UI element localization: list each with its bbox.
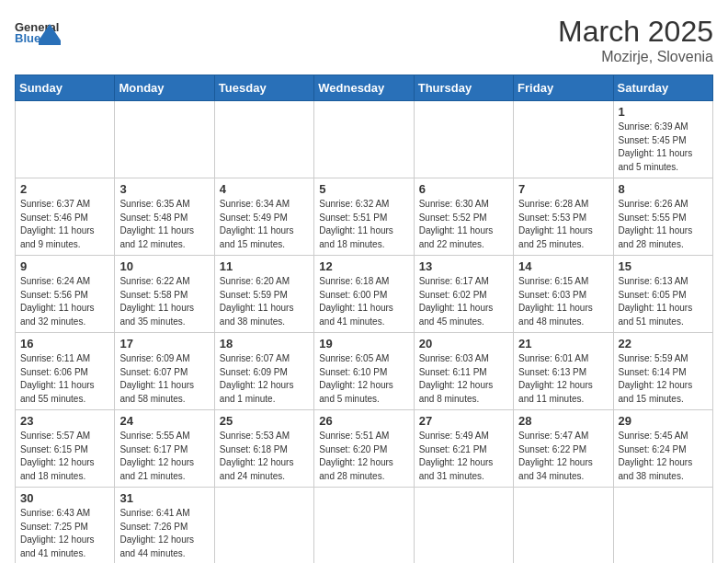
day-20: 20 Sunrise: 6:03 AMSunset: 6:11 PMDaylig… bbox=[414, 333, 513, 410]
logo-svg: General Blue bbox=[15, 15, 61, 53]
day-27: 27 Sunrise: 5:49 AMSunset: 6:21 PMDaylig… bbox=[414, 410, 513, 488]
day-12: 12 Sunrise: 6:18 AMSunset: 6:00 PMDaylig… bbox=[314, 256, 414, 333]
day-13: 13 Sunrise: 6:17 AMSunset: 6:02 PMDaylig… bbox=[414, 256, 513, 333]
empty-cell bbox=[214, 488, 313, 564]
day-23: 23 Sunrise: 5:57 AMSunset: 6:15 PMDaylig… bbox=[16, 410, 115, 488]
day-26: 26 Sunrise: 5:51 AMSunset: 6:20 PMDaylig… bbox=[314, 410, 414, 488]
calendar-table: Sunday Monday Tuesday Wednesday Thursday… bbox=[15, 75, 713, 563]
day-4: 4 Sunrise: 6:34 AMSunset: 5:49 PMDayligh… bbox=[214, 178, 313, 256]
month-title: March 2025 bbox=[558, 15, 713, 49]
week-row-5: 23 Sunrise: 5:57 AMSunset: 6:15 PMDaylig… bbox=[16, 410, 713, 488]
day-5: 5 Sunrise: 6:32 AMSunset: 5:51 PMDayligh… bbox=[314, 178, 414, 256]
header-thursday: Thursday bbox=[414, 75, 513, 101]
day-30: 30 Sunrise: 6:43 AMSunset: 7:25 PMDaylig… bbox=[16, 488, 115, 564]
weekday-header-row: Sunday Monday Tuesday Wednesday Thursday… bbox=[16, 75, 713, 101]
empty-cell bbox=[514, 101, 613, 178]
logo: General Blue bbox=[15, 15, 61, 53]
day-24: 24 Sunrise: 5:55 AMSunset: 6:17 PMDaylig… bbox=[115, 410, 214, 488]
day-10: 10 Sunrise: 6:22 AMSunset: 5:58 PMDaylig… bbox=[115, 256, 214, 333]
day-9: 9 Sunrise: 6:24 AMSunset: 5:56 PMDayligh… bbox=[16, 256, 115, 333]
day-8: 8 Sunrise: 6:26 AMSunset: 5:55 PMDayligh… bbox=[613, 178, 712, 256]
empty-cell bbox=[514, 488, 613, 564]
day-17: 17 Sunrise: 6:09 AMSunset: 6:07 PMDaylig… bbox=[115, 333, 214, 410]
day-19: 19 Sunrise: 6:05 AMSunset: 6:10 PMDaylig… bbox=[314, 333, 414, 410]
header-sunday: Sunday bbox=[16, 75, 115, 101]
day-16: 16 Sunrise: 6:11 AMSunset: 6:06 PMDaylig… bbox=[16, 333, 115, 410]
day-21: 21 Sunrise: 6:01 AMSunset: 6:13 PMDaylig… bbox=[514, 333, 613, 410]
location: Mozirje, Slovenia bbox=[558, 49, 713, 65]
empty-cell bbox=[314, 488, 414, 564]
header-wednesday: Wednesday bbox=[314, 75, 414, 101]
page-header: General Blue March 2025 Mozirje, Sloveni… bbox=[15, 15, 713, 65]
week-row-6: 30 Sunrise: 6:43 AMSunset: 7:25 PMDaylig… bbox=[16, 488, 713, 564]
day-14: 14 Sunrise: 6:15 AMSunset: 6:03 PMDaylig… bbox=[514, 256, 613, 333]
empty-cell bbox=[16, 101, 115, 178]
empty-cell bbox=[414, 101, 513, 178]
day-3: 3 Sunrise: 6:35 AMSunset: 5:48 PMDayligh… bbox=[115, 178, 214, 256]
week-row-3: 9 Sunrise: 6:24 AMSunset: 5:56 PMDayligh… bbox=[16, 256, 713, 333]
day-6: 6 Sunrise: 6:30 AMSunset: 5:52 PMDayligh… bbox=[414, 178, 513, 256]
header-friday: Friday bbox=[514, 75, 613, 101]
svg-rect-3 bbox=[39, 40, 61, 45]
day-31: 31 Sunrise: 6:41 AMSunset: 7:26 PMDaylig… bbox=[115, 488, 214, 564]
day-15: 15 Sunrise: 6:13 AMSunset: 6:05 PMDaylig… bbox=[613, 256, 712, 333]
header-saturday: Saturday bbox=[613, 75, 712, 101]
day-1: 1 Sunrise: 6:39 AM Sunset: 5:45 PM Dayli… bbox=[613, 101, 712, 178]
week-row-2: 2 Sunrise: 6:37 AMSunset: 5:46 PMDayligh… bbox=[16, 178, 713, 256]
empty-cell bbox=[314, 101, 414, 178]
empty-cell bbox=[613, 488, 712, 564]
header-monday: Monday bbox=[115, 75, 214, 101]
empty-cell bbox=[115, 101, 214, 178]
empty-cell bbox=[414, 488, 513, 564]
day-18: 18 Sunrise: 6:07 AMSunset: 6:09 PMDaylig… bbox=[214, 333, 313, 410]
day-28: 28 Sunrise: 5:47 AMSunset: 6:22 PMDaylig… bbox=[514, 410, 613, 488]
day-29: 29 Sunrise: 5:45 AMSunset: 6:24 PMDaylig… bbox=[613, 410, 712, 488]
empty-cell bbox=[214, 101, 313, 178]
day-11: 11 Sunrise: 6:20 AMSunset: 5:59 PMDaylig… bbox=[214, 256, 313, 333]
title-block: March 2025 Mozirje, Slovenia bbox=[558, 15, 713, 65]
svg-text:Blue: Blue bbox=[15, 31, 40, 45]
day-2: 2 Sunrise: 6:37 AMSunset: 5:46 PMDayligh… bbox=[16, 178, 115, 256]
week-row-4: 16 Sunrise: 6:11 AMSunset: 6:06 PMDaylig… bbox=[16, 333, 713, 410]
week-row-1: 1 Sunrise: 6:39 AM Sunset: 5:45 PM Dayli… bbox=[16, 101, 713, 178]
day-22: 22 Sunrise: 5:59 AMSunset: 6:14 PMDaylig… bbox=[613, 333, 712, 410]
header-tuesday: Tuesday bbox=[214, 75, 313, 101]
day-25: 25 Sunrise: 5:53 AMSunset: 6:18 PMDaylig… bbox=[214, 410, 313, 488]
day-7: 7 Sunrise: 6:28 AMSunset: 5:53 PMDayligh… bbox=[514, 178, 613, 256]
